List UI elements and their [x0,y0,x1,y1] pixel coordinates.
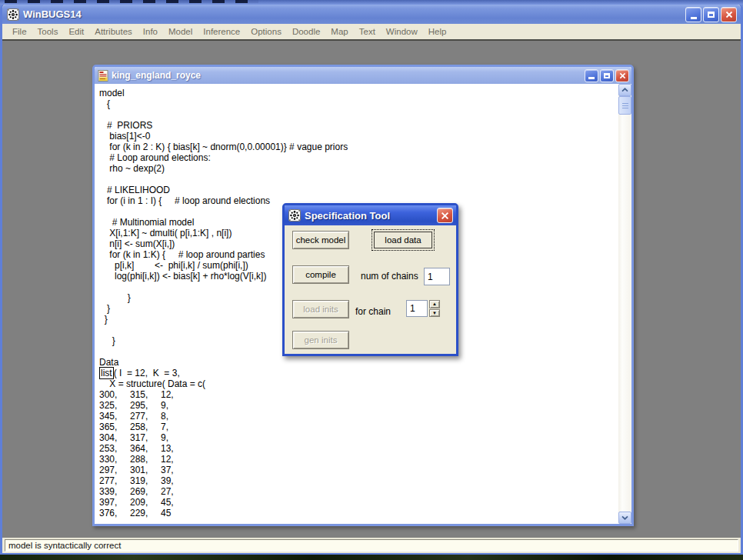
data-values-block: X = structure( Data = c(300, 315, 12,325… [99,378,618,518]
menu-item-tools[interactable]: Tools [32,25,64,38]
minimize-icon [588,77,595,79]
minimize-icon [691,17,697,19]
data-line: 297, 301, 37, [99,465,618,475]
mdi-workspace: king_england_royce model { # PRIORS bias… [2,41,741,538]
menu-item-inference[interactable]: Inference [198,25,245,38]
check-model-button[interactable]: check model [292,231,349,249]
num-of-chains-input[interactable]: 1 [424,268,450,285]
doc-minimize-button[interactable] [585,69,598,82]
for-chain-label: for chain [355,306,391,317]
data-line: 345, 277, 8, [99,411,618,422]
main-titlebar[interactable]: WinBUGS14 [2,5,741,24]
maximize-icon [604,73,610,78]
scrollbar-track[interactable] [618,115,631,512]
dialog-titlebar[interactable]: Specification Tool [285,205,456,225]
doc-maximize-button[interactable] [600,69,614,82]
list-line-rest: ( I = 12, K = 3, [114,368,180,378]
scrollbar-thumb[interactable] [618,96,631,115]
close-icon [619,72,626,79]
winbugs-logo-icon [7,8,19,21]
for-chain-spinner: ▲ ▼ [429,300,440,317]
code-line: Data [99,357,618,368]
main-window-title: WinBUGS14 [23,8,684,20]
maximize-icon [708,12,715,18]
chevron-down-icon [621,515,628,520]
data-line: 253, 364, 13, [99,443,618,454]
num-of-chains-label: num of chains [361,271,418,282]
close-button[interactable] [721,7,737,22]
winbugs-logo-icon [288,209,301,222]
code-line: bias[1]<-0 [99,131,618,142]
data-line: 277, 319, 39, [99,475,618,486]
menu-item-edit[interactable]: Edit [63,25,89,38]
document-icon [98,70,108,82]
load-inits-button[interactable]: load inits [292,300,349,318]
code-line: rho ~ dexp(2) [99,163,618,174]
compile-button[interactable]: compile [292,265,349,284]
background-window-title-fragment [5,0,258,3]
doc-close-button[interactable] [615,69,629,82]
close-icon [725,11,733,18]
maximize-button[interactable] [703,7,719,22]
data-line: 304, 317, 9, [99,432,618,443]
menu-item-model[interactable]: Model [163,25,198,38]
menu-item-file[interactable]: File [7,25,32,38]
winbugs-main-window: WinBUGS14 FileToolsEditAttributesInfoMod… [0,5,743,555]
menu-item-attributes[interactable]: Attributes [89,25,138,38]
minimize-button[interactable] [685,7,701,22]
scroll-up-button[interactable] [618,84,631,96]
data-line: 397, 209, 45, [99,497,618,508]
menu-item-text[interactable]: Text [354,25,381,38]
menu-item-help[interactable]: Help [423,25,452,38]
dialog-close-button[interactable] [437,208,453,223]
menu-item-window[interactable]: Window [381,25,423,38]
code-line: model [99,88,618,98]
code-line: # Loop around elections: [99,152,618,163]
spinner-up-button[interactable]: ▲ [429,300,440,308]
load-data-button[interactable]: load data [374,232,432,248]
data-line: 339, 269, 27, [99,486,618,497]
menu-item-options[interactable]: Options [245,25,287,38]
code-line: { [99,98,618,109]
menu-bar: FileToolsEditAttributesInfoModelInferenc… [2,24,741,41]
dialog-title: Specification Tool [305,210,435,222]
data-list-line: list( I = 12, K = 3, [99,368,618,378]
vertical-scrollbar[interactable] [618,84,631,524]
cursor-selection: list [99,367,114,379]
data-line: 365, 258, 7, [99,422,618,432]
for-chain-input[interactable]: 1 [406,300,428,317]
specification-tool-dialog: Specification Tool check model load data… [282,203,458,356]
triangle-down-icon: ▼ [432,311,437,315]
data-line: X = structure( Data = c( [99,378,618,389]
close-icon [441,212,449,220]
data-line: 376, 229, 45 [99,508,618,518]
dialog-body: check model load data compile num of cha… [285,225,456,354]
menu-item-doodle[interactable]: Doodle [287,25,325,38]
data-line: 330, 288, 12, [99,454,618,465]
triangle-up-icon: ▲ [432,302,437,306]
spinner-down-button[interactable]: ▼ [429,309,440,318]
screen: WinBUGS14 FileToolsEditAttributesInfoMod… [0,0,743,560]
menu-item-map[interactable]: Map [325,25,353,38]
chevron-up-icon [621,88,628,92]
scroll-down-button[interactable] [618,512,631,524]
thumb-grip [622,103,628,108]
code-line [99,174,618,185]
code-line [99,109,618,120]
code-line: for (k in 2 : K) { bias[k] ~ dnorm(0,0.0… [99,142,618,152]
document-title: king_england_royce [112,70,583,81]
gen-inits-button[interactable]: gen inits [292,331,349,349]
code-line: # LIKELIHOOD [99,185,618,195]
status-message: model is syntactically correct [5,539,738,552]
document-titlebar[interactable]: king_england_royce [95,67,631,84]
status-bar: model is syntactically correct [2,538,741,553]
desktop-background-strip [0,555,743,560]
data-line: 325, 295, 9, [99,400,618,411]
data-line: 300, 315, 12, [99,389,618,400]
code-line: # PRIORS [99,120,618,131]
menu-item-info[interactable]: Info [138,25,163,38]
